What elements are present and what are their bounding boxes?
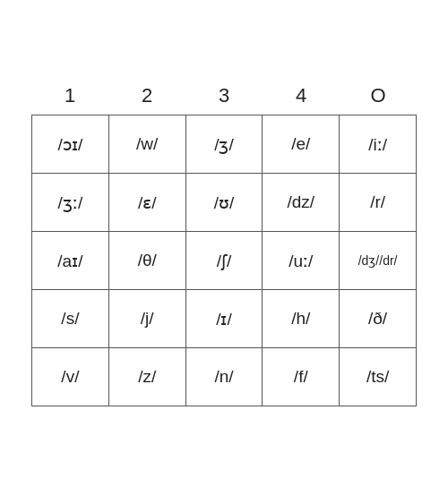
cell-4-3: /f/ bbox=[263, 348, 340, 406]
cell-4-2: /n/ bbox=[186, 348, 263, 406]
cell-4-1: /z/ bbox=[109, 348, 186, 406]
cell-0-1: /w/ bbox=[109, 115, 186, 173]
cell-3-0: /s/ bbox=[32, 290, 109, 347]
cell-3-3: /h/ bbox=[263, 290, 340, 347]
cell-3-2: /ɪ/ bbox=[186, 290, 263, 347]
table-grid: /ɔɪ//w//ʒ//e//iː//ʒː//ɛ//ʊ//dz//r//aɪ//θ… bbox=[31, 115, 417, 406]
table-header: 1234O bbox=[31, 81, 417, 111]
cell-1-4: /r/ bbox=[340, 174, 416, 231]
cell-0-0: /ɔɪ/ bbox=[32, 115, 109, 173]
cell-2-0: /aɪ/ bbox=[32, 232, 109, 289]
phonetics-table: 1234O /ɔɪ//w//ʒ//e//iː//ʒː//ɛ//ʊ//dz//r/… bbox=[31, 81, 417, 406]
cell-0-2: /ʒ/ bbox=[186, 115, 263, 173]
cell-0-3: /e/ bbox=[263, 115, 340, 173]
cell-1-1: /ɛ/ bbox=[109, 174, 186, 231]
table-row-1: /ʒː//ɛ//ʊ//dz//r/ bbox=[32, 174, 416, 232]
header-col-1: 2 bbox=[108, 81, 185, 111]
cell-2-1: /θ/ bbox=[109, 232, 186, 289]
cell-0-4: /iː/ bbox=[340, 115, 416, 173]
table-row-0: /ɔɪ//w//ʒ//e//iː/ bbox=[32, 115, 416, 174]
cell-4-4: /ts/ bbox=[340, 348, 416, 406]
header-col-4: O bbox=[340, 81, 417, 111]
cell-2-2: /ʃ/ bbox=[186, 232, 263, 289]
header-col-3: 4 bbox=[263, 81, 340, 111]
header-col-0: 1 bbox=[31, 81, 108, 111]
cell-3-4: /ð/ bbox=[340, 290, 416, 347]
table-row-2: /aɪ//θ//ʃ//uː//dʒ//dr/ bbox=[32, 232, 416, 290]
cell-2-3: /uː/ bbox=[263, 232, 340, 289]
cell-1-2: /ʊ/ bbox=[186, 174, 263, 231]
header-col-2: 3 bbox=[185, 81, 263, 111]
table-row-4: /v//z//n//f//ts/ bbox=[32, 348, 416, 406]
cell-4-0: /v/ bbox=[32, 348, 109, 406]
cell-1-3: /dz/ bbox=[263, 174, 340, 231]
table-row-3: /s//j//ɪ//h//ð/ bbox=[32, 290, 416, 348]
cell-1-0: /ʒː/ bbox=[32, 174, 109, 231]
cell-3-1: /j/ bbox=[109, 290, 186, 347]
cell-2-4: /dʒ//dr/ bbox=[340, 232, 416, 289]
